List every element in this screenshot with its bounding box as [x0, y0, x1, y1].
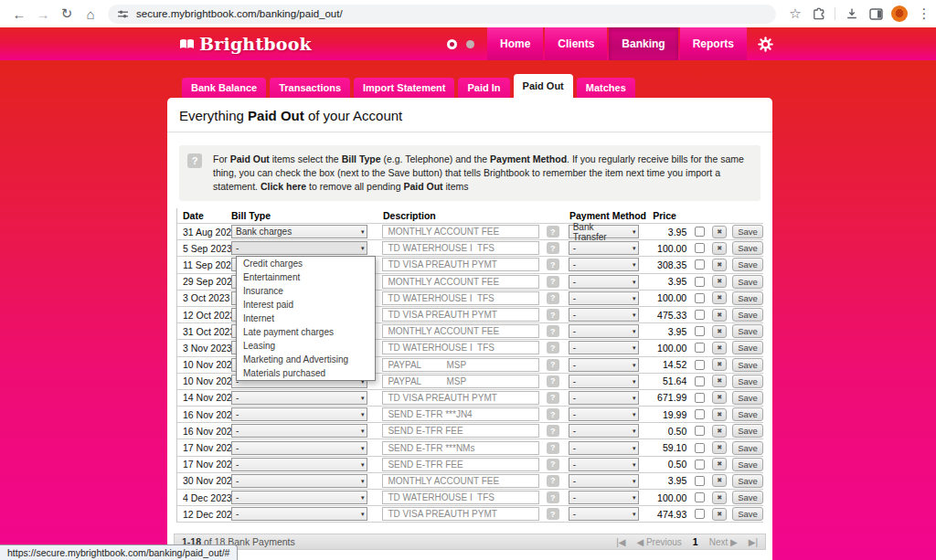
help-icon[interactable]: ? — [547, 508, 559, 520]
remember-checkbox[interactable] — [695, 492, 705, 502]
pagination-previous-button[interactable]: ◀ Previous — [636, 537, 681, 547]
pagination-next-button[interactable]: Next ▶ — [709, 537, 738, 547]
help-icon[interactable]: ? — [547, 342, 559, 354]
delete-button[interactable]: ✖ — [712, 309, 727, 322]
help-icon[interactable]: ? — [547, 226, 559, 238]
delete-button[interactable]: ✖ — [712, 342, 727, 354]
help-icon[interactable]: ? — [547, 491, 559, 503]
click-here-link[interactable]: Click here — [261, 181, 306, 192]
save-button[interactable]: Save — [732, 241, 763, 255]
bill-type-select[interactable]: -▾ — [231, 407, 367, 421]
delete-button[interactable]: ✖ — [712, 391, 727, 404]
bill-type-select[interactable]: -▾ — [231, 474, 367, 488]
save-button[interactable]: Save — [732, 324, 763, 338]
description-input[interactable] — [382, 507, 538, 521]
help-icon[interactable]: ? — [547, 459, 559, 470]
bill-type-select[interactable]: -▾ — [231, 491, 367, 504]
description-input[interactable] — [382, 391, 538, 405]
site-info-icon[interactable] — [117, 8, 129, 20]
save-button[interactable]: Save — [732, 458, 763, 471]
delete-button[interactable]: ✖ — [712, 458, 727, 470]
delete-button[interactable]: ✖ — [712, 425, 727, 438]
back-icon[interactable]: ← — [7, 6, 31, 22]
tab-transactions[interactable]: Transactions — [270, 78, 350, 98]
remember-checkbox[interactable] — [695, 243, 705, 253]
dropdown-option[interactable]: Materials purchased — [237, 366, 375, 380]
remember-checkbox[interactable] — [695, 376, 705, 386]
pagination-first-button[interactable]: |◀ — [616, 537, 625, 547]
description-input[interactable] — [382, 474, 538, 488]
delete-button[interactable]: ✖ — [712, 259, 727, 271]
remember-checkbox[interactable] — [695, 426, 705, 436]
remember-checkbox[interactable] — [695, 409, 705, 419]
payment-method-select[interactable]: -▾ — [569, 474, 640, 488]
nav-item-banking[interactable]: Banking — [609, 27, 677, 60]
description-input[interactable] — [382, 258, 538, 271]
remember-checkbox[interactable] — [695, 360, 705, 370]
bill-type-select[interactable]: -▾ — [231, 441, 367, 455]
nav-item-home[interactable]: Home — [487, 27, 543, 60]
delete-button[interactable]: ✖ — [712, 226, 727, 238]
save-button[interactable]: Save — [732, 507, 763, 521]
settings-gear-icon[interactable] — [758, 37, 773, 52]
extensions-icon[interactable] — [809, 7, 829, 20]
save-button[interactable]: Save — [732, 341, 763, 354]
tab-import-statement[interactable]: Import Statement — [354, 78, 454, 98]
browser-menu-icon[interactable]: ⋮ — [912, 5, 936, 22]
save-button[interactable]: Save — [732, 424, 763, 438]
delete-button[interactable]: ✖ — [712, 275, 727, 288]
payment-method-select[interactable]: -▾ — [569, 291, 640, 305]
dropdown-option[interactable]: Late payment charges — [237, 325, 375, 339]
delete-button[interactable]: ✖ — [712, 491, 727, 504]
help-icon[interactable]: ? — [547, 309, 559, 321]
remember-checkbox[interactable] — [695, 443, 705, 453]
delete-button[interactable]: ✖ — [712, 408, 727, 421]
tab-paid-in[interactable]: Paid In — [458, 78, 509, 98]
description-input[interactable] — [382, 491, 538, 504]
delete-button[interactable]: ✖ — [712, 291, 727, 304]
nav-item-reports[interactable]: Reports — [680, 27, 747, 60]
dropdown-option[interactable]: Marketing and Advertising — [237, 353, 375, 366]
payment-method-select[interactable]: -▾ — [569, 375, 640, 388]
pagination-last-button[interactable]: ▶| — [749, 537, 758, 547]
save-button[interactable]: Save — [732, 225, 763, 238]
bill-type-select[interactable]: Bank charges▾ — [231, 225, 367, 238]
payment-method-select[interactable]: -▾ — [569, 275, 640, 289]
save-button[interactable]: Save — [732, 358, 763, 372]
help-icon[interactable]: ? — [547, 425, 559, 437]
delete-button[interactable]: ✖ — [712, 508, 727, 521]
help-icon[interactable]: ? — [547, 259, 559, 270]
remember-checkbox[interactable] — [695, 460, 705, 470]
help-icon[interactable]: ? — [547, 242, 559, 254]
remember-checkbox[interactable] — [695, 509, 705, 519]
tab-paid-out[interactable]: Paid Out — [514, 74, 573, 98]
save-button[interactable]: Save — [732, 391, 763, 405]
payment-method-select[interactable]: Bank Transfer▾ — [569, 225, 640, 238]
description-input[interactable] — [382, 375, 538, 388]
remember-checkbox[interactable] — [695, 277, 705, 287]
description-input[interactable] — [382, 458, 538, 471]
payment-method-select[interactable]: -▾ — [569, 391, 640, 405]
help-icon[interactable]: ? — [547, 408, 559, 420]
remember-checkbox[interactable] — [695, 343, 705, 353]
dropdown-option[interactable]: Entertainment — [237, 270, 375, 284]
side-panel-icon[interactable] — [865, 8, 887, 20]
bill-type-select[interactable]: -▾ — [231, 458, 367, 471]
save-button[interactable]: Save — [732, 407, 763, 421]
description-input[interactable] — [382, 424, 538, 438]
bill-type-select[interactable]: -▾ — [231, 424, 367, 438]
remember-checkbox[interactable] — [695, 326, 705, 336]
save-button[interactable]: Save — [732, 441, 763, 455]
bill-type-select[interactable]: -▾ — [231, 391, 367, 405]
payment-method-select[interactable]: -▾ — [569, 258, 640, 271]
save-button[interactable]: Save — [732, 375, 763, 388]
dropdown-option[interactable]: Credit charges — [237, 257, 375, 270]
download-icon[interactable] — [841, 7, 863, 20]
description-input[interactable] — [382, 407, 538, 421]
description-input[interactable] — [382, 225, 538, 238]
tab-matches[interactable]: Matches — [577, 78, 635, 98]
delete-button[interactable]: ✖ — [712, 375, 727, 387]
profile-avatar[interactable] — [891, 5, 908, 22]
description-input[interactable] — [382, 341, 538, 354]
bookmark-star-icon[interactable]: ☆ — [783, 5, 807, 22]
